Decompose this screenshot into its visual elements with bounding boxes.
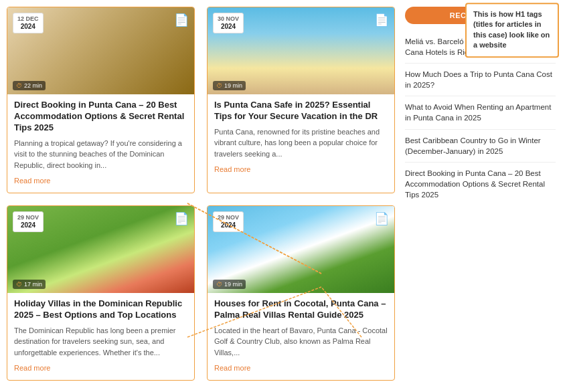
- date-badge-3: 29 NOV 2024: [13, 211, 44, 232]
- post-body-2: Is Punta Cana Safe in 2025? Essential Ti…: [208, 94, 394, 181]
- read-more-1[interactable]: Read more: [14, 177, 50, 185]
- file-icon-3: 📄: [174, 211, 189, 226]
- sidebar: RECENT POSTS This is how H1 tags (titles…: [402, 7, 556, 392]
- post-card-4: 29 NOV 2024 📄 ⏱ 19 min Houses for Rent i…: [207, 205, 395, 381]
- post-image-1: 12 DEC 2024 📄 ⏱ 22 min: [7, 7, 194, 94]
- annotation-box: This is how H1 tags (titles for articles…: [465, 3, 559, 58]
- post-image-4: 29 NOV 2024 📄 ⏱ 19 min: [208, 206, 394, 293]
- post-title-1[interactable]: Direct Booking in Punta Cana – 20 Best A…: [14, 100, 187, 134]
- post-card-2: 30 NOV 2024 📄 ⏱ 19 min Is Punta Cana Saf…: [207, 7, 395, 193]
- post-excerpt-1: Planning a tropical getaway? If you're c…: [14, 138, 187, 171]
- read-more-3[interactable]: Read more: [14, 364, 50, 372]
- recent-post-item-4[interactable]: Direct Booking in Punta Cana – 20 Best A…: [405, 163, 556, 205]
- clock-icon-3: ⏱: [16, 281, 22, 288]
- clock-icon-2: ⏱: [216, 82, 222, 89]
- annotation-text: This is how H1 tags (titles for articles…: [473, 10, 550, 49]
- post-card-3: 29 NOV 2024 📄 ⏱ 17 min Holiday Villas in…: [7, 205, 195, 381]
- clock-icon-1: ⏱: [16, 82, 22, 89]
- post-title-2[interactable]: Is Punta Cana Safe in 2025? Essential Ti…: [214, 100, 388, 122]
- recent-post-item-3[interactable]: Best Caribbean Country to Go in Winter (…: [405, 130, 556, 163]
- post-excerpt-4: Located in the heart of Bavaro, Punta Ca…: [214, 325, 388, 359]
- post-title-4[interactable]: Houses for Rent in Cocotal, Punta Cana –…: [214, 298, 388, 321]
- file-icon-2: 📄: [374, 13, 389, 27]
- post-excerpt-3: The Dominican Republic has long been a p…: [14, 325, 187, 359]
- time-badge-1: ⏱ 22 min: [13, 81, 46, 90]
- post-body-1: Direct Booking in Punta Cana – 20 Best A…: [7, 94, 194, 193]
- date-badge-1: 12 DEC 2024: [13, 13, 44, 33]
- file-icon-1: 📄: [174, 13, 189, 27]
- post-image-3: 29 NOV 2024 📄 ⏱ 17 min: [7, 206, 194, 293]
- recent-post-item-2[interactable]: What to Avoid When Renting an Apartment …: [405, 96, 556, 129]
- time-badge-4: ⏱ 19 min: [213, 280, 246, 289]
- post-body-4: Houses for Rent in Cocotal, Punta Cana –…: [208, 293, 394, 380]
- date-badge-2: 30 NOV 2024: [213, 13, 244, 33]
- time-badge-3: ⏱ 17 min: [13, 280, 46, 289]
- file-icon-4: 📄: [374, 211, 389, 226]
- clock-icon-4: ⏱: [216, 281, 222, 288]
- recent-post-item-1[interactable]: How Much Does a Trip to Punta Cana Cost …: [405, 64, 556, 96]
- read-more-2[interactable]: Read more: [214, 165, 250, 173]
- date-badge-4: 29 NOV 2024: [213, 211, 244, 232]
- post-card-1: 12 DEC 2024 📄 ⏱ 22 min Direct Booking in…: [7, 7, 195, 193]
- posts-grid: 12 DEC 2024 📄 ⏱ 22 min Direct Booking in…: [7, 7, 395, 381]
- post-title-3[interactable]: Holiday Villas in the Dominican Republic…: [14, 298, 187, 321]
- main-content: 12 DEC 2024 📄 ⏱ 22 min Direct Booking in…: [7, 7, 395, 392]
- post-body-3: Holiday Villas in the Dominican Republic…: [7, 293, 194, 380]
- post-excerpt-2: Punta Cana, renowned for its pristine be…: [214, 126, 388, 160]
- read-more-4[interactable]: Read more: [214, 364, 250, 372]
- time-badge-2: ⏱ 19 min: [213, 81, 246, 90]
- post-image-2: 30 NOV 2024 📄 ⏱ 19 min: [208, 7, 394, 94]
